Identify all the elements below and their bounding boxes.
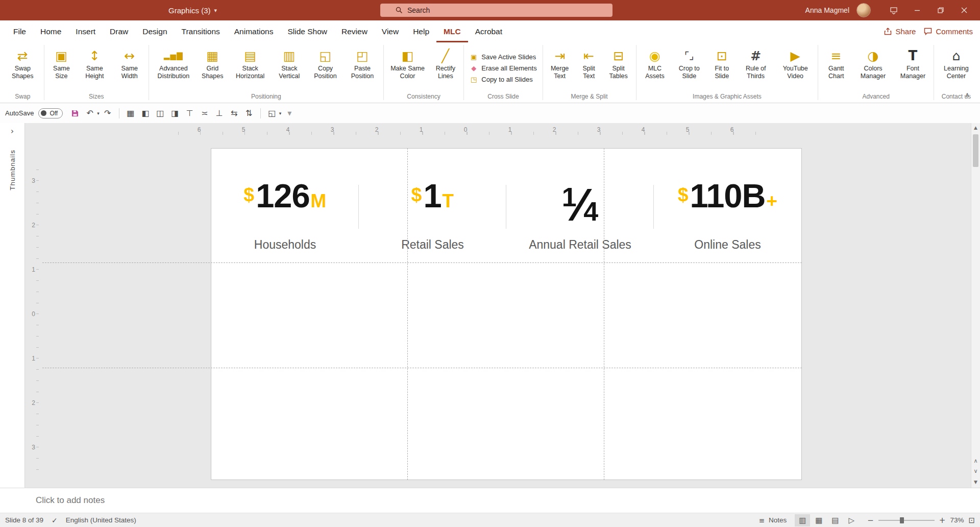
reading-view-button[interactable]: ▤ bbox=[827, 514, 843, 526]
next-slide-button[interactable]: ∨ bbox=[971, 466, 980, 475]
zoom-slider[interactable] bbox=[878, 520, 935, 521]
tab-mlc[interactable]: MLC bbox=[436, 20, 468, 42]
tab-acrobat[interactable]: Acrobat bbox=[468, 20, 509, 42]
split-text-button[interactable]: ⇤ Split Text bbox=[575, 44, 603, 81]
align-right-button[interactable]: ◨ bbox=[168, 107, 182, 120]
same-width-button[interactable]: ↔ Same Width bbox=[112, 44, 146, 81]
slide-indicator[interactable]: Slide 8 of 39 bbox=[5, 516, 43, 524]
vertical-guide-left[interactable] bbox=[407, 148, 408, 480]
colors-manager-button[interactable]: ◑ Colors Manager bbox=[852, 44, 894, 81]
split-tables-button[interactable]: ⊟ Split Tables bbox=[603, 44, 634, 81]
stack-horizontal-button[interactable]: ▤ Stack Horizontal bbox=[229, 44, 272, 81]
tab-file[interactable]: File bbox=[6, 20, 33, 42]
arrange-button[interactable]: ◱ bbox=[265, 107, 279, 120]
font-manager-button[interactable]: T Font Manager bbox=[894, 44, 932, 81]
learning-center-button[interactable]: ⌂ Learning Center bbox=[936, 44, 976, 81]
stat-retail-sales[interactable]: $1T Retail Sales bbox=[359, 177, 506, 252]
zoom-out-button[interactable]: − bbox=[867, 516, 874, 525]
user-name[interactable]: Anna Magmel bbox=[805, 6, 849, 14]
avatar[interactable] bbox=[856, 3, 871, 17]
tab-home[interactable]: Home bbox=[33, 20, 68, 42]
tab-transitions[interactable]: Transitions bbox=[175, 20, 227, 42]
align-center-button[interactable]: ◫ bbox=[154, 107, 167, 120]
copy-to-all-slides-button[interactable]: ◳ Copy to all Slides bbox=[466, 74, 536, 85]
grid-shapes-button[interactable]: ▦ Grid Shapes bbox=[196, 44, 229, 81]
distribute-vertical-button[interactable]: ⇅ bbox=[242, 107, 256, 120]
tab-draw[interactable]: Draw bbox=[103, 20, 135, 42]
minimize-button[interactable] bbox=[905, 0, 929, 20]
arrange-dropdown-icon[interactable]: ▾ bbox=[279, 111, 282, 116]
normal-view-button[interactable]: ▥ bbox=[795, 514, 810, 526]
align-left-button[interactable]: ◧ bbox=[139, 107, 152, 120]
swap-shapes-button[interactable]: ⇄ Swap Shapes bbox=[4, 44, 42, 81]
align-middle-button[interactable]: ≍ bbox=[198, 107, 211, 120]
tab-animations[interactable]: Animations bbox=[227, 20, 281, 42]
horizontal-guide-upper[interactable] bbox=[42, 262, 802, 263]
merge-text-button[interactable]: ⇥ Merge Text bbox=[545, 44, 575, 81]
restore-button[interactable] bbox=[929, 0, 952, 20]
same-size-button[interactable]: ▣ Same Size bbox=[46, 44, 77, 81]
youtube-video-button[interactable]: ▶ YouTube Video bbox=[775, 44, 816, 81]
tab-review[interactable]: Review bbox=[334, 20, 375, 42]
copy-position-button[interactable]: ◱ Copy Position bbox=[307, 44, 344, 81]
make-same-color-button[interactable]: ◧ Make Same Color bbox=[386, 44, 430, 81]
comments-button[interactable]: Comments bbox=[924, 27, 973, 36]
language-indicator[interactable]: English (United States) bbox=[66, 516, 136, 524]
zoom-slider-thumb[interactable] bbox=[900, 517, 904, 523]
collapse-ribbon-button[interactable]: ∧ bbox=[962, 91, 973, 99]
tab-view[interactable]: View bbox=[375, 20, 406, 42]
tab-insert[interactable]: Insert bbox=[68, 20, 103, 42]
align-bottom-button[interactable]: ⊥ bbox=[213, 107, 226, 120]
notes-toggle[interactable]: ≡ Notes bbox=[759, 516, 787, 524]
thumbnails-panel[interactable]: › Thumbnails bbox=[0, 123, 25, 488]
save-button[interactable] bbox=[68, 107, 82, 120]
mlc-assets-button[interactable]: ◉ MLC Assets bbox=[638, 44, 671, 81]
vertical-guide-right[interactable] bbox=[604, 148, 604, 480]
rule-of-thirds-button[interactable]: # Rule of Thirds bbox=[737, 44, 775, 81]
ribbon-display-options-button[interactable] bbox=[882, 0, 905, 20]
customize-qat-button[interactable]: ▾ bbox=[283, 107, 296, 120]
tab-slide-show[interactable]: Slide Show bbox=[280, 20, 334, 42]
share-button[interactable]: Share bbox=[884, 27, 916, 36]
advanced-distribution-button[interactable]: ▂▅▇ Advanced Distribution bbox=[151, 44, 196, 81]
zoom-level[interactable]: 73% bbox=[950, 516, 964, 524]
save-active-slides-button[interactable]: ▣ Save Active Slides bbox=[466, 52, 540, 62]
slideshow-view-button[interactable]: ▷ bbox=[844, 514, 859, 526]
paste-position-button[interactable]: ◰ Paste Position bbox=[344, 44, 381, 81]
tab-help[interactable]: Help bbox=[406, 20, 436, 42]
stat-households[interactable]: $126M Households bbox=[211, 177, 359, 252]
rectify-lines-button[interactable]: ╱ Rectify Lines bbox=[429, 44, 461, 81]
close-button[interactable] bbox=[952, 0, 976, 20]
undo-button[interactable]: ↶ bbox=[83, 107, 96, 120]
slide-layout-button[interactable]: ▦ bbox=[124, 107, 137, 120]
undo-dropdown-icon[interactable]: ▾ bbox=[97, 111, 100, 116]
vertical-scrollbar[interactable]: ▲ ∧ ∨ ▼ bbox=[971, 123, 980, 488]
fit-to-window-button[interactable]: ⊡ bbox=[968, 516, 975, 525]
stat-annual-retail-sales[interactable]: 1⁄4 Annual Retail Sales bbox=[506, 177, 654, 252]
crop-to-slide-button[interactable]: ⌜⌟ Crop to Slide bbox=[671, 44, 707, 81]
expand-thumbnails-icon[interactable]: › bbox=[11, 126, 14, 136]
zoom-in-button[interactable]: + bbox=[939, 516, 946, 525]
horizontal-guide-lower[interactable] bbox=[42, 368, 802, 368]
scroll-up-icon[interactable]: ▲ bbox=[971, 123, 980, 132]
document-title[interactable]: Graphics (3) ▾ bbox=[168, 0, 217, 20]
align-top-button[interactable]: ⊤ bbox=[183, 107, 197, 120]
gantt-chart-button[interactable]: ≡ Gantt Chart bbox=[820, 44, 852, 81]
redo-button[interactable]: ↷ bbox=[101, 107, 114, 120]
previous-slide-button[interactable]: ∧ bbox=[971, 456, 980, 465]
distribute-horizontal-button[interactable]: ⇆ bbox=[228, 107, 241, 120]
stat-online-sales[interactable]: $110B+ Online Sales bbox=[654, 177, 801, 252]
same-height-button[interactable]: ↕ Same Height bbox=[77, 44, 112, 81]
fit-to-slide-button[interactable]: ⊡ Fit to Slide bbox=[707, 44, 737, 81]
slide[interactable]: $126M Households $1T Retail Sales 1⁄4 bbox=[211, 148, 802, 480]
spell-check-icon[interactable]: ✓ bbox=[52, 516, 58, 524]
slide-sorter-view-button[interactable]: ▦ bbox=[811, 514, 826, 526]
search-box[interactable]: Search bbox=[380, 4, 612, 17]
notes-pane[interactable]: Click to add notes bbox=[0, 488, 980, 513]
stack-vertical-button[interactable]: ▥ Stack Vertical bbox=[272, 44, 307, 81]
scrollbar-thumb[interactable] bbox=[973, 134, 978, 167]
erase-all-elements-button[interactable]: ◆ Erase all Elements bbox=[466, 63, 540, 74]
slide-canvas[interactable]: 6 5 4 3 2 1 0 1 2 3 4 5 6 $126M bbox=[40, 123, 971, 488]
scroll-down-icon[interactable]: ▼ bbox=[971, 477, 980, 487]
tab-design[interactable]: Design bbox=[135, 20, 174, 42]
